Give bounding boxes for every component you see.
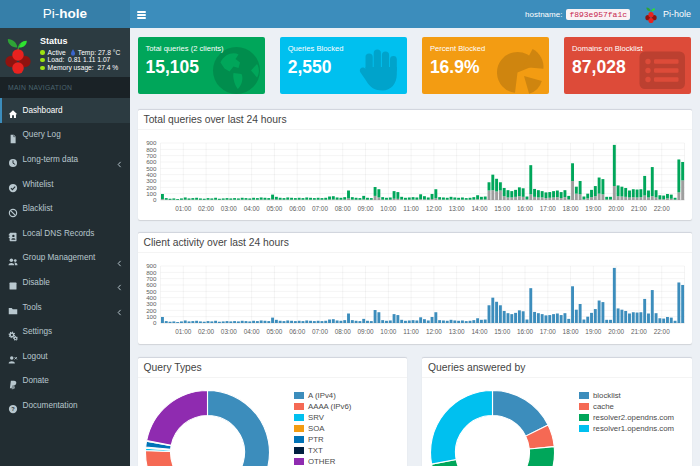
- panel-title: Queries answered by: [422, 358, 692, 378]
- question-circle-icon: ?: [8, 404, 18, 414]
- svg-text:100: 100: [146, 189, 157, 196]
- file-icon: [8, 134, 18, 144]
- svg-text:11:00: 11:00: [403, 327, 419, 334]
- legend-item-srv[interactable]: SRV: [294, 412, 351, 423]
- legend-item-ptr[interactable]: PTR: [294, 434, 351, 445]
- client-activity-chart[interactable]: 010020030040050060070080090001:0002:0003…: [138, 254, 692, 344]
- folder-icon: [8, 306, 18, 316]
- hostname-label: hostname:: [525, 10, 562, 19]
- svg-text:300: 300: [146, 177, 157, 184]
- status-row-load: Load: 0.81 1.11 1.07: [40, 56, 120, 64]
- svg-text:15:00: 15:00: [494, 327, 510, 334]
- logo[interactable]: Pi-hole: [0, 0, 130, 28]
- legend-label: PTR: [308, 435, 324, 444]
- sidebar-item-query-log[interactable]: Query Log: [0, 123, 130, 148]
- svg-text:21:00: 21:00: [630, 204, 646, 211]
- svg-text:100: 100: [146, 312, 157, 319]
- logo-text-bold: hole: [59, 6, 87, 21]
- sidebar-item-label: Group Management: [23, 253, 96, 262]
- sidebar-item-logout[interactable]: Logout: [0, 344, 130, 369]
- legend-item-soa[interactable]: SOA: [294, 423, 351, 434]
- svg-text:800: 800: [146, 268, 157, 275]
- svg-text:12:00: 12:00: [425, 204, 441, 211]
- sidebar-item-long-term-data[interactable]: Long-term data: [0, 147, 130, 172]
- sidebar-toggle-button[interactable]: [130, 0, 153, 28]
- legend-swatch: [579, 425, 589, 432]
- stat-card-percent-blocked: Percent Blocked16.9%: [422, 37, 549, 94]
- legend-item-resolver2-opendns-com[interactable]: resolver2.opendns.com: [579, 412, 674, 423]
- sidebar-item-disable[interactable]: Disable: [0, 270, 130, 295]
- svg-text:07:00: 07:00: [311, 204, 327, 211]
- sidebar-item-label: Long-term data: [23, 155, 79, 164]
- svg-text:08:00: 08:00: [334, 327, 350, 334]
- query-types-legend: A (IPv4)AAAA (IPv6)SRVSOAPTRTXTOTHER: [294, 391, 351, 466]
- total-queries-chart[interactable]: 010020030040050060070080090001:0002:0003…: [138, 131, 692, 221]
- sidebar-item-tools[interactable]: Tools: [0, 295, 130, 320]
- sidebar-item-dashboard[interactable]: Dashboard: [0, 98, 130, 123]
- legend-label: blocklist: [593, 391, 621, 400]
- svg-text:?: ?: [11, 406, 15, 412]
- legend-label: OTHER: [308, 457, 335, 466]
- status-load: Load: 0.81 1.11 1.07: [48, 56, 111, 64]
- sidebar-item-blacklist[interactable]: Blacklist: [0, 196, 130, 221]
- navbar: hostname: f893e957fa1c Pi-hole: [130, 0, 700, 28]
- panel-title: Client activity over last 24 hours: [138, 233, 692, 253]
- status-memory: Memory usage: 27.4 %: [48, 64, 119, 72]
- sidebar-item-group-management[interactable]: Group Management: [0, 246, 130, 271]
- svg-text:15:00: 15:00: [494, 204, 510, 211]
- sidebar-item-local-dns-records[interactable]: Local DNS Records: [0, 221, 130, 246]
- svg-text:02:00: 02:00: [198, 204, 214, 211]
- address-book-icon: [8, 232, 18, 242]
- legend-item-txt[interactable]: TXT: [294, 445, 351, 456]
- paypal-icon: [8, 380, 18, 390]
- sidebar-item-donate[interactable]: Donate: [0, 369, 130, 394]
- svg-text:08:00: 08:00: [334, 204, 350, 211]
- query-types-donut[interactable]: [145, 390, 270, 466]
- stat-card-value: 16.9%: [422, 53, 549, 78]
- chevron-left-icon: [116, 259, 123, 268]
- stat-card-label: Total queries (2 clients): [138, 37, 265, 53]
- panel-query-types: Query Types A (IPv4)AAAA (IPv6)SRVSOAPTR…: [138, 357, 408, 466]
- svg-text:03:00: 03:00: [220, 327, 236, 334]
- legend-item-blocklist[interactable]: blocklist: [579, 391, 674, 402]
- users-icon: [8, 257, 18, 267]
- sidebar-item-documentation[interactable]: ?Documentation: [0, 393, 130, 418]
- chevron-left-icon: [116, 308, 123, 317]
- status-dot-icon: [40, 66, 45, 71]
- svg-text:03:00: 03:00: [220, 204, 236, 211]
- stat-card-value: 2,550: [280, 53, 407, 78]
- sidebar-item-settings[interactable]: Settings: [0, 319, 130, 344]
- svg-text:600: 600: [146, 158, 157, 165]
- svg-text:700: 700: [146, 151, 157, 158]
- sidebar-item-label: Logout: [23, 352, 48, 361]
- legend-item-other[interactable]: OTHER: [294, 456, 351, 466]
- sidebar-item-label: Settings: [23, 327, 53, 336]
- status-row-active: Active Temp: 27.8 °C: [40, 49, 120, 57]
- svg-text:0: 0: [153, 319, 157, 326]
- panel-title: Query Types: [138, 358, 408, 378]
- stop-icon: [8, 281, 18, 291]
- stat-card-label: Domains on Blocklist: [564, 37, 691, 53]
- svg-text:07:00: 07:00: [311, 327, 327, 334]
- legend-item-aaaa-ipv6-[interactable]: AAAA (IPv6): [294, 401, 351, 412]
- legend-item-cache[interactable]: cache: [579, 401, 674, 412]
- logout-icon: [8, 355, 18, 365]
- stat-card-value: 15,105: [138, 53, 265, 78]
- legend-swatch: [294, 447, 304, 454]
- svg-text:19:00: 19:00: [585, 327, 601, 334]
- svg-text:20:00: 20:00: [608, 204, 624, 211]
- svg-text:400: 400: [146, 293, 157, 300]
- sidebar-item-whitelist[interactable]: Whitelist: [0, 172, 130, 197]
- queries-answered-donut[interactable]: [430, 390, 555, 466]
- raspberry-icon: [4, 34, 32, 75]
- svg-text:06:00: 06:00: [289, 327, 305, 334]
- legend-label: SOA: [308, 424, 324, 433]
- svg-text:09:00: 09:00: [357, 204, 373, 211]
- stat-card-value: 87,028: [564, 53, 691, 78]
- legend-item-a-ipv4-[interactable]: A (IPv4): [294, 391, 351, 402]
- svg-text:14:00: 14:00: [471, 327, 487, 334]
- legend-swatch: [579, 403, 589, 410]
- check-circle-icon: [8, 183, 18, 193]
- legend-label: cache: [593, 402, 614, 411]
- legend-item-resolver1-opendns-com[interactable]: resolver1.opendns.com: [579, 423, 674, 434]
